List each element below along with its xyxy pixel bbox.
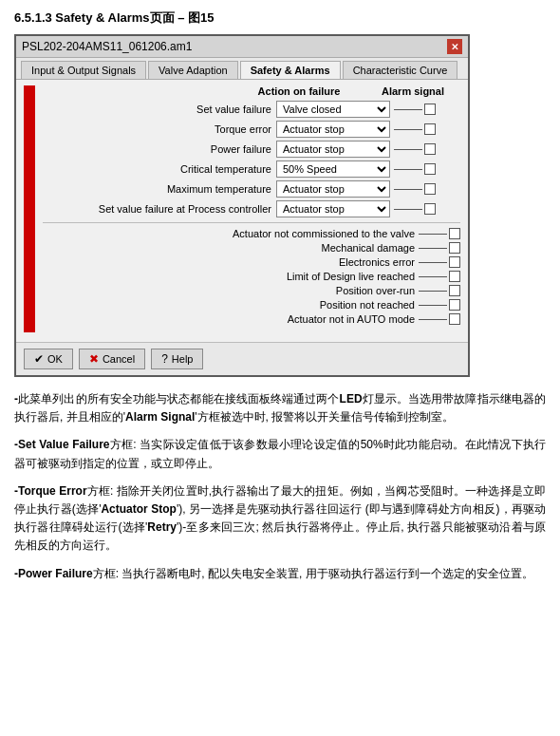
- checkbox-label-0: Actuator not commissioned to the valve: [233, 228, 415, 239]
- ok-icon: ✔: [34, 352, 44, 366]
- action-header: Action on failure: [223, 85, 375, 97]
- desc-paragraph-3: -Torque Error方框: 指除开关闭位置时,执行器输出了最大的扭矩。例如…: [14, 482, 546, 556]
- checkbox-4[interactable]: [449, 285, 460, 296]
- label-torque-error: Torque error: [43, 123, 276, 135]
- checkbox-line-3: [419, 276, 447, 277]
- ok-button[interactable]: ✔ OK: [24, 349, 73, 369]
- alarm-line-1: [394, 129, 422, 130]
- checkbox-label-2: Electronics error: [339, 256, 415, 268]
- label-maximum-temperature: Maximum temperature: [43, 183, 276, 195]
- description-section: -此菜单列出的所有安全功能与状态都能在接线面板终端通过两个LED灯显示。当选用带…: [14, 390, 546, 583]
- checkbox-label-3: Limit of Design live reached: [287, 271, 415, 282]
- page-title: 6.5.1.3 Safety & Alarms页面 – 图15: [14, 9, 546, 27]
- select-wrap-critical-temperature: Valve closed Actuator stop 50% Speed: [276, 160, 390, 178]
- checkbox-row-position-not-reached: Position not reached: [43, 299, 460, 311]
- alarm-signal-0: [394, 104, 460, 115]
- checkbox-label-6: Actuator not in AUTO mode: [288, 313, 415, 325]
- checkbox-label-4: Position over-run: [336, 285, 415, 296]
- checkbox-line-1: [419, 248, 447, 249]
- alarm-checkbox-1[interactable]: [424, 123, 436, 135]
- tabs-container: Input & Output Signals Valve Adaption Sa…: [16, 58, 468, 80]
- alarm-header: Alarm signal: [375, 85, 451, 97]
- desc-paragraph-2: -Set Value Failure方框: 当实际设定值低于该参数最小理论设定值…: [14, 436, 546, 472]
- label-power-failure: Power failure: [43, 143, 276, 155]
- checkbox-row-not-auto-mode: Actuator not in AUTO mode: [43, 313, 460, 325]
- checkbox-1[interactable]: [449, 242, 460, 254]
- alarm-line-0: [394, 109, 422, 110]
- alarm-checkbox-5[interactable]: [424, 203, 436, 215]
- select-set-value-failure[interactable]: Valve closed Actuator stop 50% Speed: [276, 101, 390, 118]
- checkbox-row-position-over-run: Position over-run: [43, 285, 460, 296]
- label-critical-temperature: Critical temperature: [43, 163, 276, 175]
- help-button[interactable]: ? Help: [151, 349, 203, 369]
- dialog-titlebar: PSL202-204AMS11_061206.am1 ✕: [16, 36, 468, 58]
- form-row-maximum-temperature: Maximum temperature Valve closed Actuato…: [43, 180, 460, 198]
- dialog-content: Action on failure Alarm signal Set value…: [16, 80, 468, 338]
- alarm-signal-1: [394, 123, 460, 135]
- desc1-prefix: -: [14, 392, 18, 406]
- checkbox-row-mechanical-damage: Mechanical damage: [43, 242, 460, 254]
- checkbox-6[interactable]: [449, 313, 460, 325]
- checkbox-line-0: [419, 234, 447, 235]
- cancel-icon: ✖: [89, 352, 99, 366]
- checkbox-line-5: [419, 305, 447, 306]
- form-area: Action on failure Alarm signal Set value…: [43, 85, 460, 332]
- checkbox-row-actuator-not-commissioned: Actuator not commissioned to the valve: [43, 228, 460, 239]
- dialog-close-button[interactable]: ✕: [447, 39, 462, 54]
- tab-valve-adaption[interactable]: Valve Adaption: [148, 61, 238, 79]
- alarm-line-4: [394, 189, 422, 190]
- dialog-window: PSL202-204AMS11_061206.am1 ✕ Input & Out…: [14, 34, 470, 377]
- divider: [43, 222, 460, 223]
- select-critical-temperature[interactable]: Valve closed Actuator stop 50% Speed: [276, 160, 390, 178]
- checkbox-3[interactable]: [449, 271, 460, 282]
- select-wrap-maximum-temperature: Valve closed Actuator stop 50% Speed: [276, 180, 390, 198]
- alarm-line-5: [394, 209, 422, 210]
- form-row-torque-error: Torque error Valve closed Actuator stop …: [43, 121, 460, 138]
- alarm-signal-3: [394, 163, 460, 175]
- select-torque-error[interactable]: Valve closed Actuator stop 50% Speed: [276, 121, 390, 138]
- checkbox-label-5: Position not reached: [320, 299, 415, 311]
- checkbox-row-electronics-error: Electronics error: [43, 256, 460, 268]
- tab-input-output[interactable]: Input & Output Signals: [21, 61, 146, 79]
- cancel-button[interactable]: ✖ Cancel: [79, 349, 145, 369]
- dialog-buttons: ✔ OK ✖ Cancel ? Help: [16, 342, 468, 375]
- tab-characteristic-curve[interactable]: Characteristic Curve: [343, 61, 458, 79]
- select-wrap-set-value-process: Valve closed Actuator stop 50% Speed: [276, 200, 390, 217]
- alarm-checkbox-4[interactable]: [424, 183, 436, 195]
- label-set-value-failure: Set value failure: [43, 104, 276, 115]
- alarm-signal-5: [394, 203, 460, 215]
- help-icon: ?: [161, 352, 168, 366]
- desc-paragraph-1: -此菜单列出的所有安全功能与状态都能在接线面板终端通过两个LED灯显示。当选用带…: [14, 390, 546, 426]
- help-label: Help: [172, 353, 194, 365]
- alarm-checkbox-3[interactable]: [424, 163, 436, 175]
- checkbox-line-4: [419, 291, 447, 292]
- form-row-set-value-process: Set value failure at Process controller …: [43, 200, 460, 217]
- form-row-set-value-failure: Set value failure Valve closed Actuator …: [43, 101, 460, 118]
- select-wrap-torque-error: Valve closed Actuator stop 50% Speed: [276, 121, 390, 138]
- select-power-failure[interactable]: Valve closed Actuator stop 50% Speed: [276, 141, 390, 158]
- ok-label: OK: [47, 353, 63, 365]
- alarm-checkbox-2[interactable]: [424, 143, 436, 155]
- alarm-signal-2: [394, 143, 460, 155]
- select-set-value-process[interactable]: Valve closed Actuator stop 50% Speed: [276, 200, 390, 217]
- alarm-signal-4: [394, 183, 460, 195]
- checkbox-label-1: Mechanical damage: [322, 242, 415, 254]
- checkbox-row-design-live: Limit of Design live reached: [43, 271, 460, 282]
- select-wrap-set-value-failure: Valve closed Actuator stop 50% Speed: [276, 101, 390, 118]
- select-wrap-power-failure: Valve closed Actuator stop 50% Speed: [276, 141, 390, 158]
- desc-paragraph-4: -Power Failure方框: 当执行器断电时, 配以失电安全装置, 用于驱…: [14, 565, 546, 583]
- checkbox-2[interactable]: [449, 256, 460, 268]
- dialog-filename: PSL202-204AMS11_061206.am1: [22, 40, 192, 53]
- alarm-checkbox-0[interactable]: [424, 104, 436, 115]
- alarm-line-3: [394, 169, 422, 170]
- tab-safety-alarms[interactable]: Safety & Alarms: [240, 61, 341, 79]
- checkbox-0[interactable]: [449, 228, 460, 239]
- red-bar: [24, 85, 35, 332]
- checkbox-line-2: [419, 262, 447, 263]
- select-maximum-temperature[interactable]: Valve closed Actuator stop 50% Speed: [276, 180, 390, 198]
- form-row-power-failure: Power failure Valve closed Actuator stop…: [43, 141, 460, 158]
- checkbox-line-6: [419, 319, 447, 320]
- header-row: Action on failure Alarm signal: [43, 85, 460, 97]
- alarm-line-2: [394, 149, 422, 150]
- checkbox-5[interactable]: [449, 299, 460, 311]
